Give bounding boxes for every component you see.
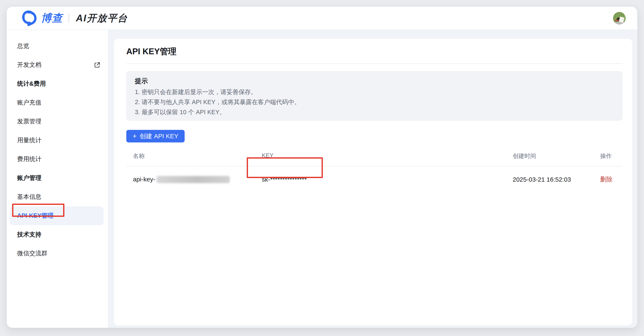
- brand-name: 博查: [41, 11, 66, 25]
- top-bar: 博查 AI开放平台: [7, 7, 637, 30]
- api-key-value-cell: sk-***************: [255, 167, 506, 192]
- brand-divider: [68, 14, 69, 23]
- sidebar-section-label: 统计&费用: [17, 80, 46, 88]
- api-key-created-at-cell: 2025-03-21 16:52:03: [506, 167, 594, 192]
- sidebar-item-overview[interactable]: 总览: [7, 37, 108, 56]
- delete-link[interactable]: 删除: [600, 176, 613, 183]
- sidebar-item-label: API KEY管理: [17, 212, 54, 220]
- sidebar: 总览 开发文档 统计&费用 账户充值 发票管理 用量统计 费用统计 账户管理 基…: [7, 30, 108, 328]
- redacted-name-blur: [156, 176, 230, 183]
- table-row: api-key- sk-*************** 2025-03-21 1…: [126, 166, 622, 192]
- plus-icon: +: [132, 132, 137, 139]
- sidebar-item-cost-stats[interactable]: 费用统计: [7, 150, 108, 169]
- column-header-name: 名称: [126, 146, 255, 166]
- main-area: API KEY管理 提示 1. 密钥只会在新建后显示一次，请妥善保存。 2. 请…: [108, 30, 637, 328]
- tips-title: 提示: [135, 76, 614, 86]
- tip-line-1: 1. 密钥只会在新建后显示一次，请妥善保存。: [135, 87, 614, 97]
- sidebar-item-label: 开发文档: [17, 61, 42, 69]
- table-header-row: 名称 KEY 创建时间 操作: [126, 146, 622, 166]
- sidebar-item-account-recharge[interactable]: 账户充值: [7, 93, 108, 112]
- api-key-name-cell: api-key-: [126, 167, 255, 191]
- sidebar-item-label: 总览: [17, 42, 29, 50]
- platform-title: AI开放平台: [72, 12, 128, 25]
- sidebar-item-basic-info[interactable]: 基本信息: [7, 188, 108, 206]
- sidebar-section-label: 技术支持: [17, 230, 42, 239]
- sidebar-section-tech-support: 技术支持: [7, 225, 108, 244]
- column-header-action: 操作: [594, 146, 622, 166]
- sidebar-item-api-key-management[interactable]: API KEY管理: [10, 206, 104, 225]
- api-key-table: 名称 KEY 创建时间 操作 api-key- sk-*************…: [126, 146, 622, 192]
- tip-line-3: 3. 最多可以保留 10 个 API KEY。: [135, 107, 614, 117]
- sidebar-item-wechat-group[interactable]: 微信交流群: [7, 244, 108, 263]
- sidebar-item-label: 基本信息: [17, 193, 42, 201]
- bocha-logo-icon: [20, 10, 38, 26]
- api-key-name-prefix: api-key-: [133, 176, 155, 183]
- app-window: 博查 AI开放平台 总览 开发文档 统计&费用 账户充值 发票管理: [7, 7, 637, 328]
- title-divider: [126, 64, 622, 64]
- sidebar-item-label: 账户充值: [17, 98, 42, 107]
- external-link-icon: [94, 62, 100, 68]
- sidebar-section-account-management: 账户管理: [7, 169, 108, 188]
- sidebar-item-label: 费用统计: [17, 155, 42, 163]
- page-title: API KEY管理: [126, 46, 622, 57]
- column-header-created-at: 创建时间: [506, 146, 594, 166]
- column-header-key: KEY: [255, 146, 506, 166]
- tip-line-2: 2. 请不要与他人共享 API KEY，或将其暴露在客户端代码中。: [135, 97, 614, 107]
- sidebar-item-invoice-management[interactable]: 发票管理: [7, 112, 108, 131]
- user-avatar[interactable]: [613, 12, 626, 25]
- create-api-key-label: 创建 API KEY: [140, 132, 178, 140]
- create-api-key-button[interactable]: + 创建 API KEY: [126, 130, 185, 142]
- sidebar-item-label: 发票管理: [17, 117, 42, 126]
- brand-logo[interactable]: 博查 AI开放平台: [20, 10, 128, 26]
- sidebar-item-dev-docs[interactable]: 开发文档: [7, 56, 108, 74]
- sidebar-section-stats-billing: 统计&费用: [7, 74, 108, 93]
- sidebar-item-label: 用量统计: [17, 136, 42, 144]
- sidebar-section-label: 账户管理: [17, 174, 42, 182]
- sidebar-item-label: 微信交流群: [17, 249, 48, 258]
- avatar-art: [615, 20, 618, 22]
- avatar-art: [619, 16, 624, 23]
- tips-box: 提示 1. 密钥只会在新建后显示一次，请妥善保存。 2. 请不要与他人共享 AP…: [126, 71, 622, 121]
- api-key-card: API KEY管理 提示 1. 密钥只会在新建后显示一次，请妥善保存。 2. 请…: [114, 39, 632, 325]
- sidebar-item-usage-stats[interactable]: 用量统计: [7, 131, 108, 150]
